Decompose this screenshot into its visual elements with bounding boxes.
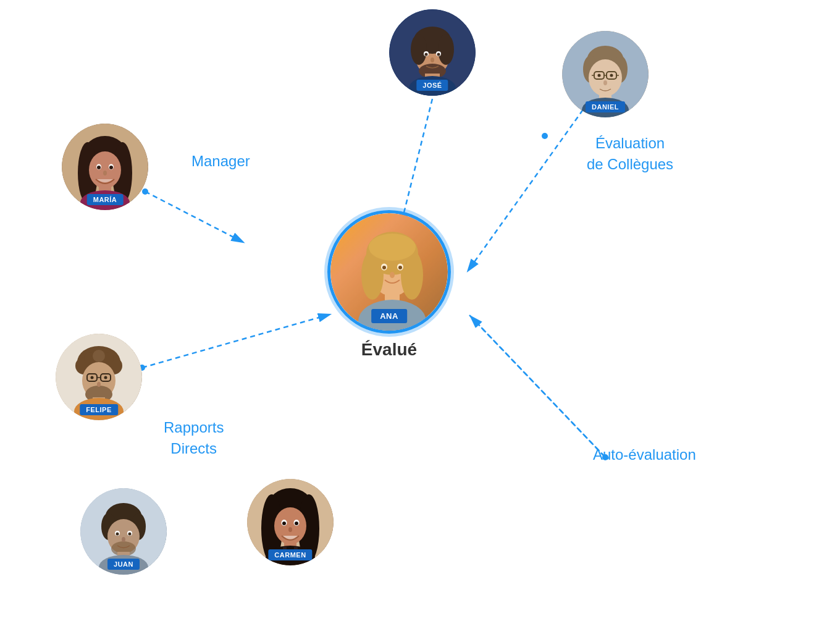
svg-point-26 [411,34,427,65]
svg-point-32 [437,53,440,56]
svg-point-27 [438,34,454,65]
daniel-badge: DANIEL [586,101,625,112]
svg-line-3 [469,96,593,269]
svg-point-4 [542,133,548,139]
avatar-ana: ANA [327,210,451,334]
jose-badge: JOSÉ [416,80,448,91]
svg-point-43 [97,166,101,169]
svg-point-33 [430,57,434,62]
avatar-felipe: FELIPE [56,334,142,420]
node-daniel: DANIEL [562,31,649,117]
svg-point-75 [91,376,94,379]
avatar-jose: JOSÉ [389,9,476,96]
svg-line-9 [472,318,605,457]
ana-badge: ANA [371,309,407,323]
svg-point-59 [610,74,613,77]
svg-point-60 [603,80,607,85]
node-maria: MARÍA [62,124,148,210]
auto-eval-label: Auto-évaluation [593,445,696,464]
svg-line-7 [469,315,605,457]
felipe-badge: FELIPE [80,404,118,415]
svg-point-101 [295,522,298,525]
avatar-carmen: CARMEN [247,479,334,565]
node-juan: JUAN [80,488,167,575]
avatar-daniel: DANIEL [562,31,649,117]
node-ana: ANA Évalué [327,210,451,360]
svg-point-100 [282,522,286,525]
svg-line-0 [145,192,241,241]
node-carmen: CARMEN [247,479,334,565]
svg-point-44 [109,166,113,169]
svg-point-90 [122,537,125,542]
avatar-juan: JUAN [80,488,167,575]
carmen-badge: CARMEN [268,549,312,560]
diagram-container: ANA Évalué [0,0,840,634]
svg-point-102 [288,527,292,532]
manager-label: Manager [191,151,250,171]
svg-line-2 [401,99,432,222]
maria-badge: MARÍA [87,194,124,205]
svg-point-58 [598,74,601,77]
svg-point-77 [97,382,101,387]
svg-point-88 [116,533,119,536]
node-jose: JOSÉ [389,9,476,96]
svg-point-89 [128,533,132,536]
svg-point-45 [103,171,107,175]
svg-line-5 [142,315,327,368]
avatar-maria: MARÍA [62,124,148,210]
colleague-label: Évaluation de Collègues [587,133,673,174]
svg-point-31 [425,53,428,56]
juan-badge: JUAN [107,559,140,570]
node-felipe: FELIPE [56,334,142,420]
rapports-label: Rapports Directs [164,417,224,459]
evalué-label: Évalué [361,340,417,360]
svg-point-76 [104,376,107,379]
svg-point-69 [93,350,105,362]
